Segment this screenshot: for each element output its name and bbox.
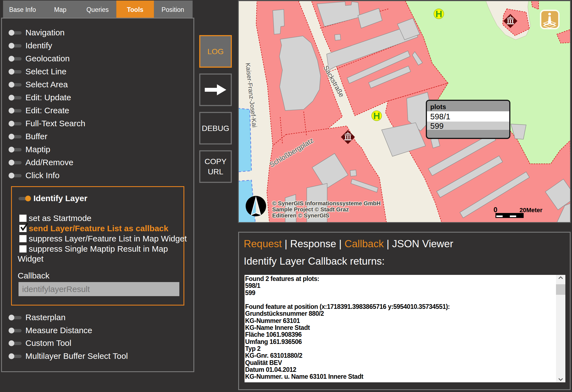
- svg-text:0: 0: [494, 206, 497, 214]
- svg-text:H: H: [435, 9, 442, 19]
- svg-text:H: H: [373, 111, 380, 121]
- svg-text:20Meter: 20Meter: [519, 207, 543, 214]
